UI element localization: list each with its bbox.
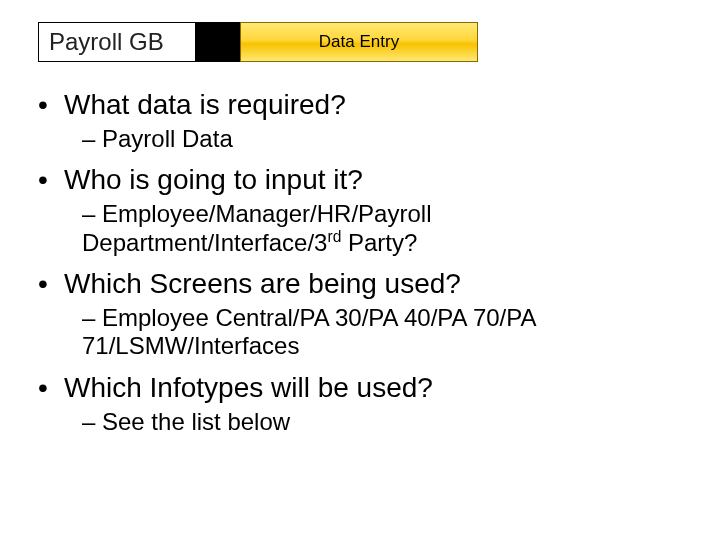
bullet-2: •Who is going to input it?: [38, 163, 696, 196]
title-bar: Payroll GB Data Entry: [38, 22, 478, 62]
sub-bullet-2-1-text: Employee/Manager/HR/Payroll Department/I…: [82, 200, 431, 255]
bullet-4: •Which Infotypes will be used?: [38, 371, 696, 404]
dash-icon: –: [82, 125, 102, 153]
sub-bullet-3-1-text: Employee Central/PA 30/PA 40/PA 70/PA 71…: [82, 304, 535, 359]
bullet-1: •What data is required?: [38, 88, 696, 121]
bullet-4-text: Which Infotypes will be used?: [64, 372, 433, 403]
sub-bullet-4-1: –See the list below: [82, 408, 696, 436]
bullet-dot-icon: •: [38, 371, 64, 404]
bullet-1-text: What data is required?: [64, 89, 346, 120]
bullet-3: •Which Screens are being used?: [38, 267, 696, 300]
dash-icon: –: [82, 304, 102, 332]
title-left: Payroll GB: [38, 22, 196, 62]
title-divider: [196, 22, 240, 62]
slide: Payroll GB Data Entry •What data is requ…: [0, 0, 720, 540]
dash-icon: –: [82, 200, 102, 228]
bullet-2-text: Who is going to input it?: [64, 164, 363, 195]
sub-bullet-2-1: –Employee/Manager/HR/Payroll Department/…: [82, 200, 696, 257]
sub-bullet-3-1: –Employee Central/PA 30/PA 40/PA 70/PA 7…: [82, 304, 696, 361]
sub-bullet-1-1: –Payroll Data: [82, 125, 696, 153]
sub-bullet-1-1-text: Payroll Data: [102, 125, 233, 152]
bullet-dot-icon: •: [38, 163, 64, 196]
bullet-dot-icon: •: [38, 88, 64, 121]
bullet-3-text: Which Screens are being used?: [64, 268, 461, 299]
bullet-dot-icon: •: [38, 267, 64, 300]
content-area: •What data is required? –Payroll Data •W…: [38, 78, 696, 446]
sub-bullet-4-1-text: See the list below: [102, 408, 290, 435]
dash-icon: –: [82, 408, 102, 436]
title-right: Data Entry: [240, 22, 478, 62]
